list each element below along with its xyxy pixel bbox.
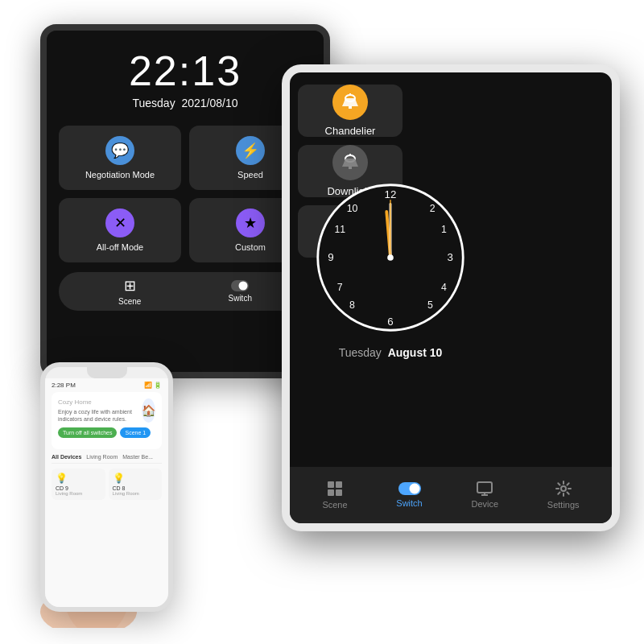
svg-text:2: 2 [430,203,436,214]
front-nav-switch-label: Switch [396,498,422,508]
negotiation-mode-btn[interactable]: 💬 Negotiation Mode [59,126,181,190]
phone-device-cd9-room: Living Room [56,491,101,496]
svg-point-32 [409,484,419,494]
svg-text:7: 7 [337,281,343,292]
speed-icon: ⚡ [236,136,265,165]
phone-home-sublabel: Cozy Home [58,398,138,406]
phone-device-cd8[interactable]: 💡 CD 8 Living Room [109,469,163,500]
svg-rect-28 [336,481,342,488]
phone-device-cd9[interactable]: 💡 CD 9 Living Room [52,469,105,500]
phone-device-cd9-icon: 💡 [56,473,101,484]
front-nav: Scene Switch Device [290,467,612,523]
phone-action-btns: Turn off all switches Scene 1 [58,427,155,438]
alloff-icon: ✕ [105,208,134,237]
front-nav-switch[interactable]: Switch [396,482,422,508]
phone-house-icon: 🏠 [142,398,155,423]
phone-device-cd8-room: Living Room [113,491,159,496]
negotiation-icon: 💬 [105,136,134,165]
svg-point-36 [561,486,566,491]
scene1-btn[interactable]: Scene 1 [120,427,151,438]
svg-rect-27 [328,481,334,488]
svg-text:8: 8 [349,299,355,310]
settings-icon-front [555,481,572,497]
custom-icon: ★ [236,208,265,237]
svg-text:4: 4 [441,281,447,292]
front-nav-scene-label: Scene [322,500,347,510]
svg-rect-29 [328,489,334,496]
clock-date: Tuesday August 10 [339,346,443,359]
phone-screen: 2:28 PM 📶 🔋 Cozy Home Enjoy a cozy life … [45,378,168,607]
svg-text:6: 6 [387,315,393,327]
switch-icon-back [231,280,249,291]
back-date: Tuesday 2021/08/10 [132,97,237,109]
phone-description: Enjoy a cozy life with ambient indicator… [58,408,138,423]
svg-text:9: 9 [328,250,333,262]
phone-tabs: All Devices Living Room Master Be... [52,454,162,464]
turn-off-btn[interactable]: Turn off all switches [58,427,117,438]
back-nav-scene[interactable]: ⊞ Scene [118,277,141,306]
negotiation-label: Negotiation Mode [85,170,155,180]
front-nav-device-label: Device [471,499,498,509]
scene-icon-front [327,481,343,497]
alloff-mode-btn[interactable]: ✕ All-off Mode [59,198,181,262]
svg-text:10: 10 [347,203,358,214]
phone-notch [87,367,127,378]
svg-text:3: 3 [447,250,452,262]
front-nav-settings[interactable]: Settings [547,481,580,510]
svg-point-1 [239,282,248,291]
scene-container: 22:13 Tuesday 2021/08/10 💬 Negotiation M… [16,16,628,628]
back-nav-switch-label: Switch [229,294,252,303]
svg-text:11: 11 [334,223,345,234]
modes-grid: 💬 Negotiation Mode ⚡ Speed ✕ All-off Mod… [59,126,312,262]
device-icon-front [477,481,493,496]
back-nav: ⊞ Scene Switch [59,272,312,311]
switch-icon-front [398,482,421,495]
phone-status-bar: 2:28 PM 📶 🔋 [52,382,162,389]
phone-devices-grid: 💡 CD 9 Living Room 💡 CD 8 Living Room [52,469,162,500]
svg-point-18 [387,254,394,261]
svg-text:12: 12 [385,188,397,200]
svg-rect-30 [336,489,342,496]
tablet-front: 12 3 6 9 2 1 4 5 10 11 7 8 [282,64,620,531]
svg-text:1: 1 [441,223,447,234]
phone-device-cd9-name: CD 9 [56,485,101,491]
custom-label: Custom [235,242,266,252]
front-nav-scene[interactable]: Scene [322,481,347,510]
front-nav-settings-label: Settings [547,500,580,510]
clock-face: 12 3 6 9 2 1 4 5 10 11 7 8 [314,181,467,334]
back-time: 22:13 [129,47,242,95]
phone: 2:28 PM 📶 🔋 Cozy Home Enjoy a cozy life … [40,362,173,612]
alloff-label: All-off Mode [97,242,144,252]
speed-label: Speed [237,170,263,180]
back-nav-scene-label: Scene [118,297,141,306]
svg-text:5: 5 [427,299,433,310]
svg-rect-33 [477,482,492,493]
phone-device-cd8-icon: 💡 [113,473,159,484]
phone-home-card: Cozy Home Enjoy a cozy life with ambient… [52,392,162,449]
clock-area: 12 3 6 9 2 1 4 5 10 11 7 8 [290,72,491,467]
scene-icon-back: ⊞ [124,277,136,295]
back-nav-switch[interactable]: Switch [229,280,252,303]
phone-device-cd8-name: CD 8 [113,485,159,491]
front-nav-device[interactable]: Device [471,481,498,509]
